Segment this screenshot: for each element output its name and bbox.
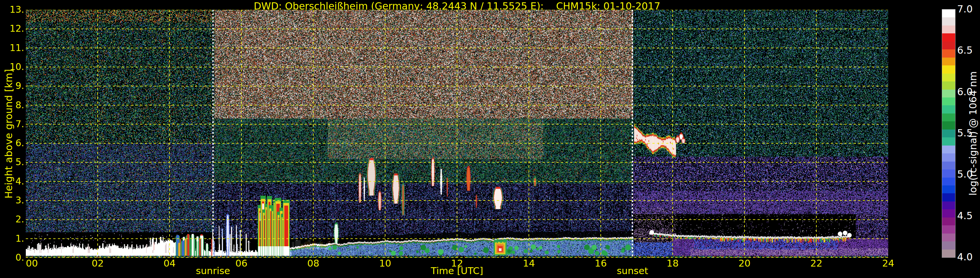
y-tick-label: 10. bbox=[0, 61, 24, 73]
colorbar-band bbox=[942, 137, 955, 145]
colorbar-band bbox=[942, 97, 955, 105]
x-tick-label: 16 bbox=[595, 258, 607, 269]
x-tick-label: 14 bbox=[523, 258, 535, 269]
heatmap-plot bbox=[26, 10, 888, 258]
colorbar-band bbox=[942, 58, 955, 66]
colorbar-band bbox=[942, 66, 955, 73]
colorbar-band bbox=[942, 233, 955, 241]
colorbar-band bbox=[942, 153, 955, 161]
colorbar-band bbox=[942, 209, 955, 217]
y-tick-label: 1. bbox=[0, 233, 24, 244]
y-tick-label: 8. bbox=[0, 100, 24, 111]
colorbar-tick-label: 7.0 bbox=[957, 3, 973, 15]
colorbar-band bbox=[942, 161, 955, 169]
colorbar-tick-label: 6.5 bbox=[957, 45, 973, 56]
ceilometer-quicklook: DWD: Oberschleißheim (Germany; 48.2443 N… bbox=[0, 0, 980, 278]
x-tick-label: 08 bbox=[307, 258, 320, 269]
colorbar-band bbox=[942, 241, 955, 249]
x-tick-label: 10 bbox=[379, 258, 391, 269]
colorbar-band bbox=[942, 201, 955, 209]
y-tick-label: 12. bbox=[0, 23, 24, 34]
colorbar-band bbox=[942, 10, 955, 18]
colorbar-band bbox=[942, 73, 955, 81]
y-tick-label: 5. bbox=[0, 157, 24, 168]
y-tick-label: 11. bbox=[0, 43, 24, 54]
colorbar-band bbox=[942, 129, 955, 137]
y-tick-label: 7. bbox=[0, 119, 24, 130]
colorbar-band bbox=[942, 89, 955, 97]
colorbar-band bbox=[942, 249, 955, 257]
colorbar-band bbox=[942, 217, 955, 225]
colorbar-band bbox=[942, 193, 955, 201]
y-tick-label: 13. bbox=[0, 4, 24, 15]
colorbar-band bbox=[942, 26, 955, 34]
y-tick-label: 6. bbox=[0, 138, 24, 149]
x-tick-label: 24 bbox=[882, 258, 894, 269]
y-tick-label: 3. bbox=[0, 195, 24, 206]
x-tick-label: 18 bbox=[667, 258, 679, 269]
colorbar-band bbox=[942, 113, 955, 121]
colorbar-band bbox=[942, 225, 955, 233]
colorbar-band bbox=[942, 105, 955, 113]
colorbar-band bbox=[942, 177, 955, 185]
x-tick-label: 04 bbox=[164, 258, 176, 269]
x-tick-label: 22 bbox=[810, 258, 822, 269]
colorbar bbox=[942, 9, 956, 258]
colorbar-tick-label: 4.5 bbox=[957, 210, 973, 221]
colorbar-band bbox=[942, 121, 955, 129]
x-tick-label: 00 bbox=[26, 258, 38, 269]
colorbar-band bbox=[942, 81, 955, 89]
sunset-annotation: sunset bbox=[617, 265, 648, 276]
x-tick-label: 20 bbox=[738, 258, 751, 269]
colorbar-band bbox=[942, 185, 955, 193]
colorbar-tick-label: 4.0 bbox=[957, 251, 973, 263]
x-axis-label: Time [UTC] bbox=[431, 265, 483, 276]
y-tick-label: 9. bbox=[0, 80, 24, 91]
colorbar-label: log(rc-signal) @ 1064 nm bbox=[967, 71, 979, 196]
y-tick-label: 0. bbox=[0, 252, 24, 263]
colorbar-band bbox=[942, 50, 955, 57]
colorbar-band bbox=[942, 42, 955, 50]
y-tick-label: 4. bbox=[0, 176, 24, 187]
colorbar-band bbox=[942, 18, 955, 25]
sunrise-annotation: sunrise bbox=[196, 265, 230, 276]
colorbar-band bbox=[942, 169, 955, 177]
x-tick-label: 02 bbox=[92, 258, 104, 269]
colorbar-band bbox=[942, 145, 955, 153]
y-tick-label: 2. bbox=[0, 214, 24, 225]
x-tick-label: 06 bbox=[235, 258, 248, 269]
colorbar-band bbox=[942, 34, 955, 41]
